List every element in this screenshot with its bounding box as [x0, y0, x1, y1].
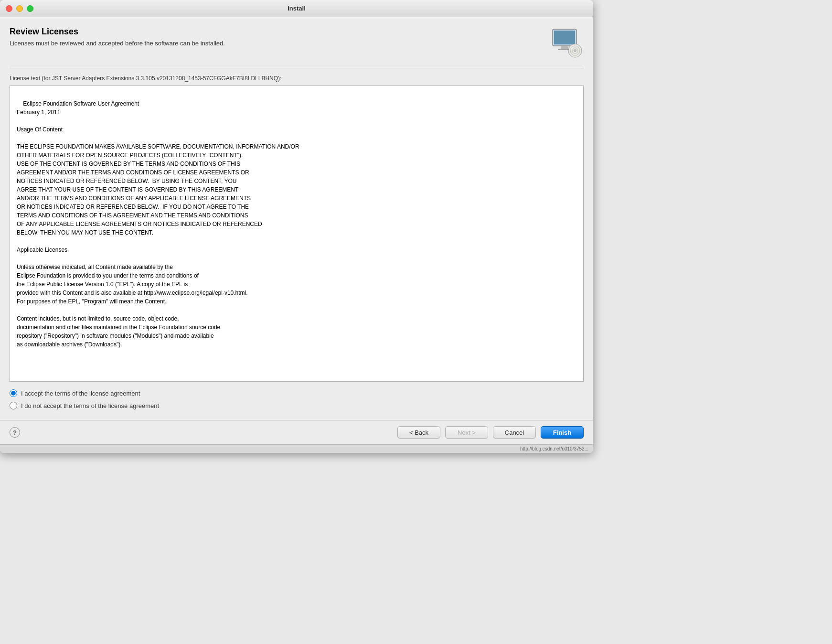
footer: ? < Back Next > Cancel Finish: [0, 420, 593, 444]
main-content: Review Licenses Licenses must be reviewe…: [0, 17, 593, 420]
maximize-button[interactable]: [27, 5, 33, 12]
svg-rect-1: [554, 31, 575, 44]
svg-rect-2: [561, 46, 568, 49]
accept-radio-label[interactable]: I accept the terms of the license agreem…: [10, 389, 584, 397]
traffic-lights: [6, 5, 33, 12]
accept-radio-text: I accept the terms of the license agreem…: [21, 390, 140, 397]
decline-radio-label[interactable]: I do not accept the terms of the license…: [10, 402, 584, 409]
license-label: License text (for JST Server Adapters Ex…: [10, 75, 584, 82]
help-button[interactable]: ?: [10, 427, 20, 438]
finish-button[interactable]: Finish: [541, 426, 584, 439]
next-button[interactable]: Next >: [445, 426, 488, 439]
header-section: Review Licenses Licenses must be reviewe…: [10, 27, 584, 60]
header-separator: [10, 68, 584, 68]
cancel-button[interactable]: Cancel: [493, 426, 536, 439]
license-content: Eclipse Foundation Software User Agreeme…: [17, 100, 299, 348]
footer-buttons: < Back Next > Cancel Finish: [397, 426, 584, 439]
footer-left: ?: [10, 427, 20, 438]
title-bar: Install: [0, 0, 593, 17]
install-icon: [550, 27, 584, 60]
status-bar: http://blog.csdn.net/u010/3752...: [0, 444, 593, 453]
minimize-button[interactable]: [16, 5, 23, 12]
radio-section: I accept the terms of the license agreem…: [10, 382, 584, 420]
license-text-area[interactable]: Eclipse Foundation Software User Agreeme…: [10, 86, 584, 382]
page-title: Review Licenses: [10, 27, 541, 37]
window-title: Install: [288, 5, 306, 12]
back-button[interactable]: < Back: [397, 426, 440, 439]
page-subtitle: Licenses must be reviewed and accepted b…: [10, 40, 541, 47]
svg-point-7: [574, 50, 576, 52]
header-text: Review Licenses Licenses must be reviewe…: [10, 27, 541, 47]
decline-radio[interactable]: [10, 402, 17, 409]
accept-radio[interactable]: [10, 389, 17, 397]
status-url: http://blog.csdn.net/u010/3752...: [520, 446, 588, 451]
close-button[interactable]: [6, 5, 12, 12]
decline-radio-text: I do not accept the terms of the license…: [21, 402, 159, 409]
